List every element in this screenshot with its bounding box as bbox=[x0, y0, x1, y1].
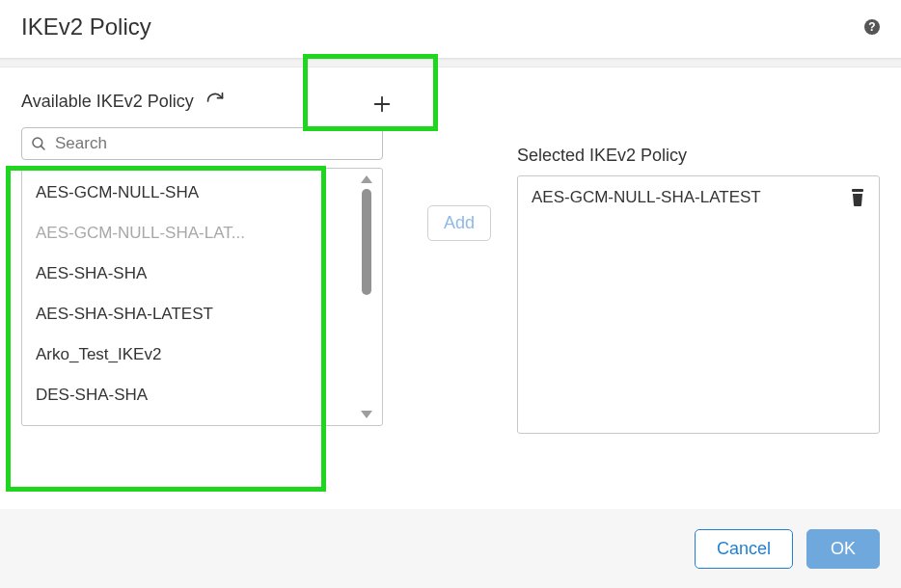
available-title: Available IKEv2 Policy bbox=[21, 92, 194, 112]
available-panel: Available IKEv2 Policy AES-GCM-NULL-SHA … bbox=[21, 85, 401, 434]
transfer-actions: Add bbox=[401, 85, 517, 434]
header-separator bbox=[0, 59, 901, 67]
ok-button[interactable]: OK bbox=[806, 529, 880, 569]
selected-panel: Selected IKEv2 Policy AES-GCM-NULL-SHA-L… bbox=[517, 85, 880, 434]
list-item[interactable]: DES-SHA-SHA bbox=[22, 375, 341, 415]
available-list: AES-GCM-NULL-SHA AES-GCM-NULL-SHA-LAT...… bbox=[21, 168, 383, 426]
list-item[interactable]: AES-SHA-SHA bbox=[22, 254, 341, 294]
svg-marker-4 bbox=[361, 175, 372, 183]
list-item[interactable]: AES-GCM-NULL-SHA-LAT... bbox=[22, 213, 341, 254]
selected-title: Selected IKEv2 Policy bbox=[517, 146, 880, 166]
selected-item-label[interactable]: AES-GCM-NULL-SHA-LATEST bbox=[532, 188, 761, 207]
list-item[interactable]: AES-GCM-NULL-SHA bbox=[22, 173, 341, 213]
svg-line-3 bbox=[41, 146, 44, 149]
scroll-down-icon[interactable] bbox=[359, 408, 374, 421]
add-new-policy-button[interactable] bbox=[364, 88, 400, 120]
scroll-track[interactable] bbox=[362, 186, 371, 408]
plus-icon bbox=[371, 94, 393, 115]
scroll-up-icon[interactable] bbox=[359, 173, 374, 186]
page-title: IKEv2 Policy bbox=[21, 13, 151, 40]
list-item[interactable]: Arko_Test_IKEv2 bbox=[22, 334, 341, 375]
search-icon bbox=[30, 135, 47, 152]
dialog-header: IKEv2 Policy ? bbox=[0, 0, 901, 59]
content-area: Available IKEv2 Policy AES-GCM-NULL-SHA … bbox=[0, 67, 901, 434]
available-list-items: AES-GCM-NULL-SHA AES-GCM-NULL-SHA-LAT...… bbox=[22, 169, 382, 419]
selected-list: AES-GCM-NULL-SHA-LATEST bbox=[517, 175, 880, 434]
trash-icon[interactable] bbox=[850, 189, 865, 206]
available-header: Available IKEv2 Policy bbox=[21, 85, 401, 118]
search-box[interactable] bbox=[21, 127, 383, 160]
add-button[interactable]: Add bbox=[427, 205, 491, 241]
list-item[interactable]: AES-SHA-SHA-LATEST bbox=[22, 294, 341, 334]
scroll-thumb[interactable] bbox=[362, 189, 371, 295]
search-input[interactable] bbox=[55, 134, 374, 153]
cancel-button[interactable]: Cancel bbox=[695, 529, 793, 569]
refresh-icon[interactable] bbox=[205, 92, 225, 111]
svg-rect-6 bbox=[852, 189, 863, 192]
scrollbar[interactable] bbox=[355, 173, 378, 421]
help-icon[interactable]: ? bbox=[864, 19, 880, 35]
selected-item-row: AES-GCM-NULL-SHA-LATEST bbox=[522, 182, 875, 213]
dialog-footer: Cancel OK bbox=[0, 509, 901, 588]
svg-marker-5 bbox=[361, 411, 372, 418]
